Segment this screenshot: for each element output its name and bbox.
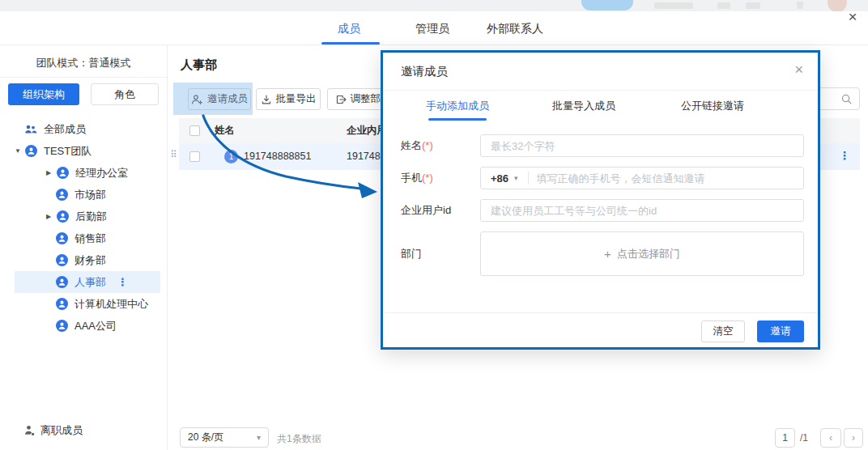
column-header-name: 姓名 (215, 118, 235, 143)
total-pages-label: /1 (800, 432, 808, 444)
total-count-label: 共1条数据 (277, 432, 321, 446)
tab-members[interactable]: 成员 (338, 11, 360, 45)
country-code-select[interactable]: +86 (481, 172, 514, 185)
ghost-icon (717, 2, 730, 9)
screen: 成员 管理员 外部联系人 × 团队模式：普通模式 组织架构 角色 全部成员 ▼ … (0, 0, 868, 450)
sidebar-item-computer-center[interactable]: 计算机处理中心 (15, 293, 160, 315)
sidebar-item-resigned-members[interactable]: 离职成员 (24, 423, 83, 438)
department-icon (25, 145, 37, 157)
ghost-text (654, 2, 693, 9)
button-label: 批量导出 (276, 92, 317, 106)
background-window-strip (0, 0, 868, 11)
sidebar-item-label: 市场部 (74, 188, 106, 202)
phone-field-label: 手机(*) (401, 167, 433, 189)
select-department-label: 点击选择部门 (617, 247, 680, 261)
move-out-icon (335, 94, 347, 105)
tab-batch-import[interactable]: 批量导入成员 (552, 91, 615, 121)
org-tree: 全部成员 ▼ TEST团队 ▶ 经理办公室 市场部 ▶ 后勤部 (0, 118, 168, 337)
download-icon (261, 94, 272, 105)
sidebar-item-label: 人事部 (74, 275, 106, 290)
invite-member-button[interactable]: 邀请成员 (188, 88, 251, 110)
org-structure-button[interactable]: 组织架构 (8, 83, 79, 105)
modal-title: 邀请成员 (401, 64, 448, 79)
member-name: 191748888851 (244, 143, 311, 170)
chevron-down-icon: ▾ (257, 428, 261, 447)
expander-closed-icon[interactable]: ▶ (46, 213, 57, 220)
current-page-box: 1 (775, 428, 795, 448)
tab-admins[interactable]: 管理员 (415, 11, 449, 45)
select-department-button[interactable]: + 点击选择部门 (480, 231, 804, 276)
sidebar-item-label: 离职成员 (40, 423, 83, 438)
tab-manual-add[interactable]: 手动添加成员 (426, 91, 489, 121)
sidebar-item-test-team[interactable]: ▼ TEST团队 (15, 140, 160, 162)
department-field-label: 部门 (401, 243, 422, 265)
add-person-icon (191, 94, 203, 105)
expander-open-icon[interactable]: ▼ (15, 147, 25, 155)
sidebar-item-label: 后勤部 (75, 210, 107, 224)
drag-handle-icon[interactable]: ⠿ (170, 150, 177, 159)
label-text: 姓名 (401, 139, 422, 151)
row-checkbox[interactable] (189, 151, 200, 162)
plus-icon: + (604, 247, 611, 261)
required-mark: (*) (422, 172, 433, 184)
ghost-icon (797, 2, 803, 9)
department-icon (56, 298, 68, 310)
invite-submit-button[interactable]: 邀请 (757, 321, 804, 342)
chevron-down-icon[interactable]: ▾ (514, 174, 518, 182)
page-size-select[interactable]: 20 条/页 ▾ (180, 427, 269, 448)
tab-public-link[interactable]: 公开链接邀请 (681, 91, 744, 121)
modal-close-icon[interactable]: × (794, 62, 803, 79)
department-icon (56, 254, 68, 266)
prev-page-button[interactable]: ‹ (820, 428, 841, 448)
avatar: 1 (224, 150, 238, 163)
invite-member-modal: 邀请成员 × 手动添加成员 批量导入成员 公开链接邀请 姓名(*) 手机(*) … (381, 50, 820, 350)
sidebar-item-hr[interactable]: 人事部 ⋮ (15, 271, 160, 293)
department-icon (56, 232, 68, 244)
phone-input-group: +86 ▾ (480, 167, 804, 189)
page-title: 人事部 (181, 57, 217, 73)
team-mode-label: 团队模式：普通模式 (0, 45, 167, 70)
sidebar-item-logistics[interactable]: ▶ 后勤部 (15, 206, 160, 227)
department-icon (57, 210, 69, 223)
corp-id-input[interactable] (480, 199, 804, 222)
next-page-button[interactable]: › (844, 428, 863, 448)
sidebar-item-label: TEST团队 (44, 144, 91, 159)
required-mark: (*) (422, 139, 433, 151)
active-tab-underline (428, 118, 487, 121)
expander-closed-icon[interactable]: ▶ (46, 169, 57, 176)
people-icon (24, 124, 37, 135)
sidebar-item-finance[interactable]: 财务部 (15, 249, 160, 271)
sidebar-item-all-members[interactable]: 全部成员 (24, 118, 168, 140)
corp-id-field-label: 企业用户id (401, 199, 451, 222)
department-icon (56, 320, 68, 332)
ghost-pill-button (581, 0, 633, 11)
resigned-person-icon (24, 425, 35, 436)
divider (0, 77, 167, 78)
sidebar-item-manager-office[interactable]: ▶ 经理办公室 (15, 162, 160, 184)
clear-button[interactable]: 清空 (701, 321, 745, 342)
sidebar-item-label: AAA公司 (74, 319, 117, 333)
sidebar-item-aaa-company[interactable]: AAA公司 (15, 315, 160, 337)
department-icon (57, 167, 69, 179)
sidebar-item-marketing[interactable]: 市场部 (15, 184, 160, 206)
tab-external-contacts[interactable]: 外部联系人 (487, 11, 543, 45)
role-button[interactable]: 角色 (91, 83, 159, 105)
kebab-menu-icon[interactable]: ⋮ (117, 276, 128, 288)
sidebar-item-label: 销售部 (74, 231, 106, 246)
page-size-value: 20 条/页 (188, 431, 223, 443)
sidebar-item-label: 计算机处理中心 (74, 297, 148, 312)
active-tab-underline (321, 42, 380, 45)
top-tabbar: 成员 管理员 外部联系人 (0, 11, 868, 45)
select-all-checkbox[interactable] (189, 125, 200, 136)
row-kebab-menu-icon[interactable]: ⋮ (839, 149, 850, 162)
phone-input[interactable] (529, 172, 803, 185)
close-icon[interactable]: × (842, 6, 863, 28)
department-icon (56, 189, 68, 201)
sidebar-item-sales[interactable]: 销售部 (15, 227, 160, 249)
name-input[interactable] (480, 134, 804, 157)
sidebar-item-label: 全部成员 (44, 122, 86, 137)
sidebar-item-label: 财务部 (74, 253, 106, 268)
search-icon (840, 93, 853, 105)
batch-export-button[interactable]: 批量导出 (256, 88, 321, 110)
department-icon (56, 276, 68, 288)
